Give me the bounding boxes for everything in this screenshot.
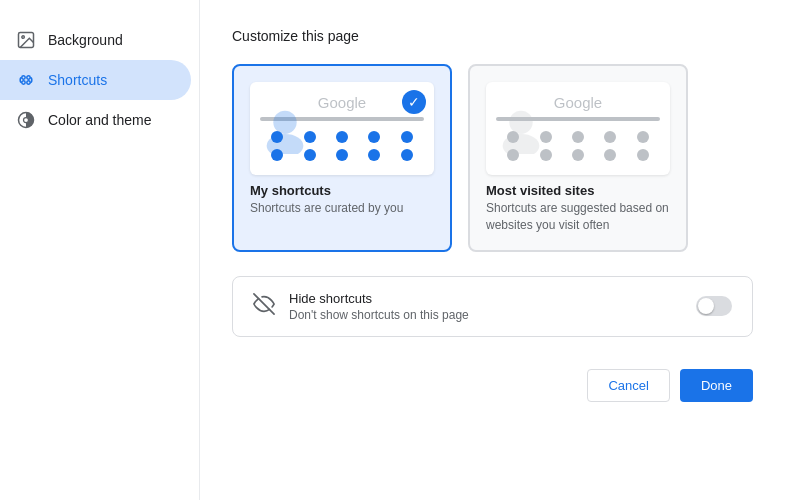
dot xyxy=(336,131,348,143)
svg-point-11 xyxy=(503,134,540,154)
my-shortcuts-desc: Shortcuts are curated by you xyxy=(250,200,434,217)
svg-point-4 xyxy=(22,81,25,84)
svg-point-10 xyxy=(509,110,532,133)
svg-point-5 xyxy=(27,81,30,84)
hide-shortcuts-info: Hide shortcuts Don't show shortcuts on t… xyxy=(289,291,682,322)
hide-eye-icon xyxy=(253,293,275,320)
dot xyxy=(572,131,584,143)
svg-point-2 xyxy=(22,76,25,79)
dot xyxy=(572,149,584,161)
options-row: Google ✓ xyxy=(232,64,753,252)
sidebar-item-shortcuts-label: Shortcuts xyxy=(48,72,107,88)
hide-shortcuts-desc: Don't show shortcuts on this page xyxy=(289,308,682,322)
sidebar-item-background[interactable]: Background xyxy=(0,20,191,60)
sidebar-item-color-theme[interactable]: Color and theme xyxy=(0,100,191,140)
dot xyxy=(604,149,616,161)
hide-shortcuts-toggle[interactable] xyxy=(696,296,732,316)
svg-point-9 xyxy=(267,134,304,154)
dot xyxy=(637,131,649,143)
svg-point-8 xyxy=(273,110,296,133)
dot xyxy=(336,149,348,161)
svg-point-3 xyxy=(27,76,30,79)
color-theme-icon xyxy=(16,110,36,130)
hide-shortcuts-title: Hide shortcuts xyxy=(289,291,682,306)
cancel-button[interactable]: Cancel xyxy=(587,369,669,402)
dot xyxy=(368,131,380,143)
sidebar-item-shortcuts[interactable]: Shortcuts xyxy=(0,60,191,100)
page-title: Customize this page xyxy=(232,28,753,44)
shortcuts-icon xyxy=(16,70,36,90)
svg-point-1 xyxy=(22,36,24,39)
sidebar: Background Shortcuts Color and theme xyxy=(0,0,200,500)
background-icon xyxy=(16,30,36,50)
sidebar-item-color-theme-label: Color and theme xyxy=(48,112,152,128)
avatar-gray-icon xyxy=(496,104,546,154)
hide-shortcuts-row: Hide shortcuts Don't show shortcuts on t… xyxy=(232,276,753,337)
most-visited-desc: Shortcuts are suggested based on website… xyxy=(486,200,670,234)
most-visited-label: Most visited sites xyxy=(486,183,670,198)
my-shortcuts-card[interactable]: Google ✓ xyxy=(232,64,452,252)
dot xyxy=(637,149,649,161)
dot xyxy=(368,149,380,161)
dot xyxy=(401,131,413,143)
my-shortcuts-label: My shortcuts xyxy=(250,183,434,198)
avatar-icon xyxy=(260,104,310,154)
dot xyxy=(604,131,616,143)
done-button[interactable]: Done xyxy=(680,369,753,402)
sidebar-item-background-label: Background xyxy=(48,32,123,48)
svg-point-7 xyxy=(24,118,29,123)
selected-checkmark: ✓ xyxy=(402,90,426,114)
dot xyxy=(401,149,413,161)
most-visited-card[interactable]: Google Most vis xyxy=(468,64,688,252)
footer-buttons: Cancel Done xyxy=(232,361,753,402)
main-content: Customize this page Google xyxy=(200,0,785,500)
most-visited-inner: Google xyxy=(486,82,670,175)
my-shortcuts-inner: Google ✓ xyxy=(250,82,434,175)
